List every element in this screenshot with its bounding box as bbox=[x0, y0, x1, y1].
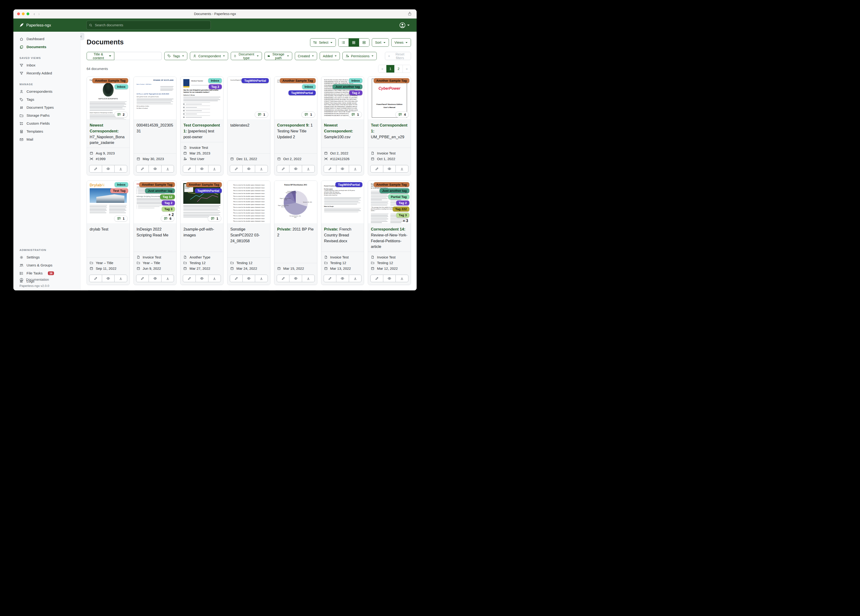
download-button[interactable] bbox=[208, 275, 221, 282]
download-button[interactable] bbox=[255, 275, 268, 282]
edit-button[interactable] bbox=[89, 165, 102, 172]
view-button[interactable] bbox=[149, 165, 161, 172]
filter-button-created[interactable]: Created bbox=[295, 52, 317, 60]
tag-pill[interactable]: Tag 12 bbox=[160, 194, 175, 199]
edit-button[interactable] bbox=[183, 165, 196, 172]
view-button[interactable] bbox=[383, 165, 396, 172]
views-button[interactable]: Views bbox=[391, 38, 411, 47]
document-card[interactable]: Review of Arbitral Awards Shows Swift Re… bbox=[368, 181, 411, 285]
edit-button[interactable] bbox=[137, 275, 149, 282]
document-correspondent[interactable]: Newest Correspondent: bbox=[324, 123, 353, 133]
tag-pill[interactable]: Just another tag bbox=[380, 188, 410, 193]
filter-button-document-type[interactable]: Document type bbox=[231, 52, 262, 60]
view-button[interactable] bbox=[196, 275, 208, 282]
view-button[interactable] bbox=[242, 165, 255, 172]
document-title[interactable]: Test Correspondent 1: UM_PPBE_en_v29 bbox=[368, 120, 411, 148]
sidebar-item-mail[interactable]: Mail bbox=[13, 135, 80, 143]
tag-pill[interactable]: Tag 3 bbox=[162, 207, 175, 212]
view-button[interactable] bbox=[242, 275, 255, 282]
sidebar-item-storage-paths[interactable]: Storage Paths bbox=[13, 112, 80, 119]
tag-pill[interactable]: Just another tag bbox=[145, 188, 175, 193]
download-button[interactable] bbox=[302, 275, 314, 282]
comment-count-badge[interactable]: 2 bbox=[114, 112, 128, 118]
view-mode-grid-button[interactable] bbox=[348, 39, 359, 47]
document-thumbnail[interactable]: This is a test for the double space char… bbox=[228, 181, 270, 224]
document-title[interactable]: tablerates2 bbox=[228, 120, 270, 153]
search-input[interactable] bbox=[94, 23, 208, 27]
edit-button[interactable] bbox=[277, 165, 289, 172]
tag-pill[interactable]: Inbox bbox=[115, 182, 128, 187]
document-card[interactable]: ✻ BANK OF SCOTLANDBank of Scotland · 100… bbox=[133, 77, 177, 175]
sidebar-item-documents[interactable]: Documents bbox=[13, 43, 80, 51]
document-title[interactable]: Private: French Country Bread Revised.do… bbox=[321, 224, 364, 251]
document-correspondent[interactable]: Test Correspondent 1: bbox=[183, 123, 220, 133]
zoom-window-button[interactable] bbox=[27, 13, 29, 15]
view-button[interactable] bbox=[102, 165, 115, 172]
comment-count-badge[interactable]: 1 bbox=[301, 112, 315, 118]
document-card[interactable]: Contact Sheet DemoGiven a set of image f… bbox=[180, 290, 223, 291]
global-search[interactable] bbox=[86, 20, 211, 30]
forward-button[interactable]: › bbox=[38, 12, 40, 16]
comment-count-badge[interactable]: 1 bbox=[348, 112, 362, 118]
filter-button-tags[interactable]: Tags bbox=[164, 52, 187, 60]
tag-pill[interactable]: Test Tag bbox=[110, 188, 128, 193]
sidebar-collapse-button[interactable] bbox=[80, 33, 84, 40]
tag-pill[interactable]: Tag 3 bbox=[396, 213, 410, 218]
document-correspondent[interactable]: Correspondent 9: bbox=[277, 123, 309, 127]
comment-count-badge[interactable]: 1 bbox=[255, 112, 268, 118]
download-button[interactable] bbox=[161, 165, 174, 172]
reset-filters-button[interactable]: × Reset filters bbox=[385, 52, 411, 60]
title-content-input[interactable] bbox=[114, 52, 162, 60]
tag-pill[interactable]: Inbox bbox=[349, 78, 363, 83]
comment-count-badge[interactable]: 1 bbox=[208, 215, 221, 222]
title-content-dropdown[interactable]: Title & content bbox=[86, 52, 114, 60]
document-card[interactable]: Lorem ipsumLorem ipsum dolor sit amet, c… bbox=[368, 290, 411, 291]
sidebar-item-templates[interactable]: Templates bbox=[13, 127, 80, 135]
view-button[interactable] bbox=[383, 275, 396, 282]
document-title[interactable]: Correspondent 9: 1 Testing New Title Upd… bbox=[275, 120, 317, 153]
comment-count-badge[interactable]: 1 bbox=[114, 215, 128, 222]
tag-pill[interactable]: Another Sample Tag bbox=[139, 182, 175, 187]
sidebar-item-recently-added[interactable]: Recently Added bbox=[13, 69, 80, 77]
document-card[interactable]: Serial Number,Company Name,Employe978818… bbox=[321, 77, 364, 175]
filter-button-storage-path[interactable]: Storage path bbox=[265, 52, 292, 60]
edit-button[interactable] bbox=[183, 275, 196, 282]
filter-button-correspondent[interactable]: Correspondent bbox=[190, 52, 228, 60]
document-card[interactable]: French Country BreadFor the Leaven1 heap… bbox=[321, 181, 364, 285]
select-button[interactable]: Select bbox=[310, 38, 336, 47]
document-thumbnail[interactable]: Country,Region/State,"1 bbox=[228, 77, 270, 120]
pagination-page-1[interactable]: 1 bbox=[386, 65, 394, 72]
edit-button[interactable] bbox=[370, 275, 383, 282]
download-button[interactable] bbox=[349, 165, 361, 172]
filter-button-permissions[interactable]: Permissions bbox=[342, 52, 377, 60]
document-correspondent[interactable]: Private: bbox=[277, 227, 292, 231]
tag-pill[interactable]: Tag 2 bbox=[349, 90, 363, 95]
document-card[interactable]: This is a test for the double space char… bbox=[227, 181, 270, 285]
view-mode-detail-button[interactable] bbox=[359, 39, 369, 47]
document-title[interactable]: Newest Correspondent: Sample100.csv bbox=[321, 120, 364, 148]
tag-pill[interactable]: TagWithPartial bbox=[242, 78, 268, 83]
edit-button[interactable] bbox=[324, 165, 336, 172]
document-card[interactable]: Patient BP Distribution 2011Normal, 150,… bbox=[274, 181, 317, 285]
document-card[interactable]: CyberPowerPowerPanel® Business EditionUs… bbox=[368, 77, 411, 175]
document-title[interactable]: drylab Test bbox=[87, 224, 130, 257]
back-button[interactable]: ‹ bbox=[34, 12, 35, 16]
view-button[interactable] bbox=[289, 165, 302, 172]
tag-pill[interactable]: Another Sample Tag bbox=[374, 78, 410, 83]
download-button[interactable] bbox=[255, 165, 268, 172]
tag-pill[interactable]: TagWithPartial bbox=[336, 182, 363, 187]
tag-pill[interactable]: Inbox bbox=[115, 84, 128, 89]
comment-count-badge[interactable]: 4 bbox=[395, 112, 409, 118]
sort-button[interactable]: Sort bbox=[372, 38, 389, 47]
edit-button[interactable] bbox=[230, 275, 242, 282]
document-title[interactable]: Correspondent 14: Review-of-New-York-Fed… bbox=[368, 224, 411, 251]
sidebar-item-settings[interactable]: Settings bbox=[13, 253, 80, 261]
document-correspondent[interactable]: Test Correspondent 1: bbox=[371, 123, 408, 133]
document-correspondent[interactable]: Private: bbox=[324, 227, 339, 231]
document-card[interactable]: This is a multi page document. Page 1. N… bbox=[227, 290, 270, 291]
tag-pill[interactable]: Just another tag bbox=[333, 84, 363, 89]
download-button[interactable] bbox=[302, 165, 314, 172]
tag-pill[interactable]: Partial Tag bbox=[388, 194, 410, 199]
minimize-window-button[interactable] bbox=[22, 13, 25, 15]
sidebar-item-tags[interactable]: Tags bbox=[13, 96, 80, 104]
